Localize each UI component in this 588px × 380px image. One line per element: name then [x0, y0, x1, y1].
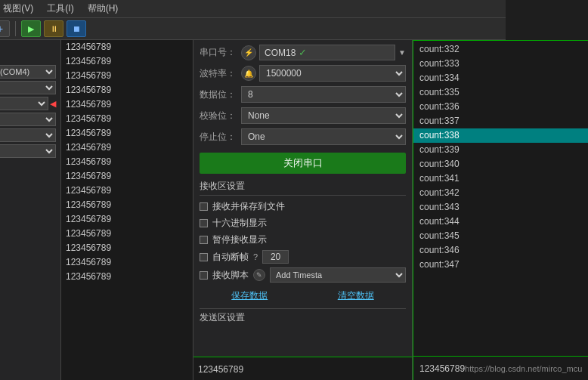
send-settings-title: 发送设置 [0, 233, 56, 246]
right-list-item[interactable]: count:335 [413, 85, 588, 100]
baud-row: 波特率 1500000 [0, 81, 56, 94]
flow-select[interactable]: None [0, 144, 56, 158]
com-value: COM18 [265, 48, 296, 58]
right-list-item[interactable]: count:342 [413, 186, 588, 200]
clear-data-button[interactable]: 清空数据 [306, 289, 407, 302]
list-item[interactable]: 123456789 [61, 83, 193, 97]
center-parity-row: 校验位： None [200, 107, 406, 124]
right-list: count:332count:333count:334count:335coun… [413, 41, 588, 356]
script-box[interactable] [200, 271, 208, 280]
list-item[interactable]: 123456789 [61, 184, 193, 198]
auto-break-label: 自动断帧 [212, 251, 249, 264]
right-list-item[interactable]: count:340 [413, 157, 588, 171]
list-item[interactable]: 123456789 [61, 255, 193, 270]
com-dropdown-icon[interactable]: ▼ [398, 48, 406, 57]
list-item[interactable]: 123456789 [61, 198, 193, 212]
right-list-item[interactable]: count:338 [413, 128, 588, 143]
pause-recv-box [200, 236, 208, 244]
add-button[interactable]: + [0, 20, 10, 37]
script-row: 接收脚本 ✎ Add Timesta [200, 267, 406, 283]
list-item[interactable]: 123456789 [61, 155, 193, 169]
bottom-recv-area: 123456789 [193, 357, 412, 380]
toolbar-separator [15, 21, 16, 36]
list-item[interactable]: 123456789 [61, 227, 193, 241]
right-list-item[interactable]: count:343 [413, 200, 588, 215]
menu-view[interactable]: 视图(V) [0, 2, 36, 16]
port-settings-title: 串口设置 [0, 49, 56, 62]
watermark: https://blog.csdn.net/mirco_mcu [465, 364, 582, 373]
right-list-item[interactable]: count:334 [413, 71, 588, 85]
list-item[interactable]: 123456789 [61, 212, 193, 227]
list-item[interactable]: 123456789 [61, 40, 193, 54]
right-list-item[interactable]: count:339 [413, 143, 588, 157]
center-baud-row: 波特率： 🔔 1500000 [200, 65, 406, 82]
list-item[interactable]: 123456789 [61, 169, 193, 184]
baud-icon: 🔔 [241, 66, 256, 81]
center-stop-select[interactable]: One [241, 128, 406, 145]
left-panel: 串口设置 串 口 USB-SER...(COM4) 波特率 1500000 数据… [0, 40, 61, 380]
center-baud-select[interactable]: 1500000 [259, 65, 406, 82]
auto-run-checkbox[interactable]: 自动换行 [0, 190, 56, 201]
hex-display-box [200, 219, 208, 227]
pause-recv-checkbox[interactable]: 暂停接收显示 [200, 233, 406, 246]
baud-select[interactable]: 1500000 [0, 81, 56, 94]
list-item[interactable]: 123456789 [61, 241, 193, 255]
center-parity-label: 校验位： [200, 110, 241, 122]
close-port-button[interactable]: 关闭串口 [200, 153, 406, 174]
center-data-row: 数据位： 8 [200, 86, 406, 103]
list-item[interactable]: 123456789 [61, 97, 193, 112]
list-item[interactable]: 123456789 [61, 112, 193, 126]
show-time-checkbox[interactable]: 显示时间 [0, 217, 56, 228]
right-list-item[interactable]: count:336 [413, 100, 588, 114]
center-data-select[interactable]: 8 [241, 86, 406, 103]
data-bits-row: 数据位 8 ◀ [0, 97, 56, 110]
right-panel: count:332count:333count:334count:335coun… [413, 40, 588, 380]
save-file-label: 接收并保存到文件 [212, 200, 285, 213]
center-parity-select[interactable]: None [241, 107, 406, 124]
hex-display-checkbox[interactable]: 十六进制显示 [200, 217, 406, 230]
recv-encoding-group: ASCII Hex [0, 178, 56, 187]
port-select[interactable]: USB-SER...(COM4) [0, 65, 56, 79]
center-baud-label: 波特率： [200, 67, 241, 80]
right-list-item[interactable]: count:337 [413, 114, 588, 128]
right-list-item[interactable]: count:341 [413, 171, 588, 186]
repeat-input-row: ms [0, 273, 56, 286]
right-list-item[interactable]: count:346 [413, 243, 588, 258]
right-list-item[interactable]: count:347 [413, 258, 588, 272]
stop-button[interactable]: ⏹ [67, 20, 86, 37]
parity-row: 校验位 None [0, 113, 56, 126]
save-file-checkbox[interactable]: 接收并保存到文件 [200, 200, 406, 213]
list-item[interactable]: 123456789 [61, 141, 193, 155]
menu-tools[interactable]: 工具(I) [44, 2, 76, 16]
menu-help[interactable]: 帮助(H) [85, 2, 122, 16]
bottom-recv-text: 123456789 [198, 364, 243, 375]
list-item[interactable]: 123456789 [61, 126, 193, 141]
center-top: 串口号： ⚡ COM18 ✓ ▼ 波特率： 🔔 1500000 [193, 40, 412, 357]
right-bottom-text: 123456789 [419, 363, 465, 374]
show-send-checkbox[interactable]: 显示发送 [0, 203, 56, 215]
auto-break-box[interactable] [200, 253, 208, 261]
list-item[interactable]: 123456789 [61, 69, 193, 83]
save-data-button[interactable]: 保存数据 [200, 289, 300, 302]
center-port-row: 串口号： ⚡ COM18 ✓ ▼ [200, 45, 406, 60]
list-item[interactable]: 123456789 [61, 270, 193, 284]
data-bits-select[interactable]: 8 [0, 97, 48, 110]
play-button[interactable]: ▶ [21, 20, 41, 37]
right-list-item[interactable]: count:344 [413, 215, 588, 229]
right-list-item[interactable]: count:333 [413, 57, 588, 71]
recv-settings-title: 接收设置 [0, 162, 56, 175]
center-data-label: 数据位： [200, 88, 241, 101]
pause-button[interactable]: ⏸ [44, 20, 63, 37]
port-row: 串 口 USB-SER...(COM4) [0, 65, 56, 79]
parity-select[interactable]: None [0, 113, 56, 126]
right-bottom: 123456789 https://blog.csdn.net/mirco_mc… [413, 356, 588, 380]
save-file-box [200, 202, 208, 211]
script-select[interactable]: Add Timesta [270, 267, 406, 283]
list-item[interactable]: 123456789 [61, 54, 193, 69]
right-list-item[interactable]: count:345 [413, 229, 588, 243]
stop-select[interactable]: 1 [0, 128, 56, 142]
center-panel: 串口号： ⚡ COM18 ✓ ▼ 波特率： 🔔 1500000 [193, 40, 413, 380]
pause-recv-label: 暂停接收显示 [212, 233, 267, 246]
auto-break-input[interactable] [262, 250, 289, 264]
right-list-item[interactable]: count:332 [413, 42, 588, 57]
